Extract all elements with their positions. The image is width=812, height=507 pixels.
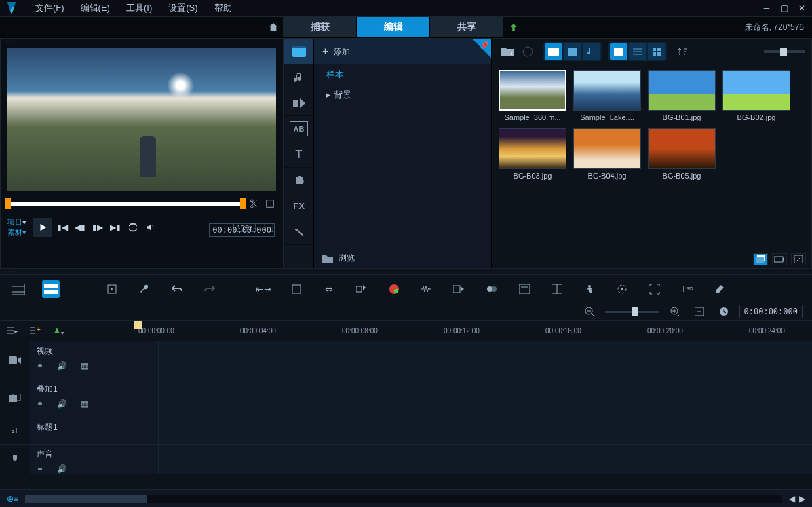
speed-tool[interactable] xyxy=(450,280,468,298)
clip-mode-label[interactable]: 素材▾ xyxy=(7,227,26,238)
mark-in-handle[interactable] xyxy=(5,198,11,209)
subtitle-tool[interactable] xyxy=(548,280,566,298)
multicam-tool[interactable] xyxy=(646,280,663,298)
lib-graphic-button[interactable] xyxy=(284,168,313,193)
zoom-in-button[interactable] xyxy=(666,303,684,320)
import-button[interactable]: + xyxy=(499,43,516,60)
thumbnail-item[interactable]: BG-B05.jpg xyxy=(648,128,716,180)
redo-button[interactable] xyxy=(201,280,218,298)
zoom-timecode[interactable]: 0:00:00:000 xyxy=(739,305,803,318)
lib-audio-button[interactable] xyxy=(284,64,313,90)
loop-button[interactable] xyxy=(125,220,140,235)
tool-options[interactable] xyxy=(136,280,153,298)
grid-icon[interactable]: ▦ xyxy=(81,399,88,409)
zoom-out-button[interactable] xyxy=(581,303,598,320)
zoom-slider[interactable] xyxy=(605,311,659,313)
library-add-row[interactable]: + 添加 📌 xyxy=(314,39,491,64)
link-icon[interactable]: ⚭ xyxy=(37,464,43,474)
footer-btn-1[interactable] xyxy=(753,253,768,265)
next-frame-button[interactable]: ▮▶ xyxy=(90,220,105,235)
timeline-view[interactable] xyxy=(42,280,60,298)
storyboard-view[interactable] xyxy=(9,280,27,298)
lib-fx-button[interactable]: FX xyxy=(284,193,313,219)
pan-zoom-tool[interactable]: ⇔ xyxy=(320,280,338,298)
grid-icon[interactable]: ▦ xyxy=(81,361,88,371)
filter-photo[interactable] xyxy=(564,43,581,60)
scroll-left[interactable]: ◀ xyxy=(789,494,795,504)
menu-settings[interactable]: 设置(S) xyxy=(160,2,206,14)
overlay-track-body[interactable] xyxy=(159,379,812,417)
audio-tool[interactable] xyxy=(418,280,436,298)
capture-button[interactable] xyxy=(519,43,537,60)
filter-video[interactable] xyxy=(545,43,562,60)
thumbnail-item[interactable]: BG-B03.jpg xyxy=(499,128,566,180)
tab-share[interactable]: 共享 xyxy=(430,17,503,37)
thumbnail-item[interactable]: BG-B02.jpg xyxy=(722,70,790,121)
footer-btn-2[interactable] xyxy=(772,253,787,265)
track-options-button[interactable] xyxy=(7,326,18,336)
link-icon[interactable]: ⚭ xyxy=(37,399,43,409)
h-scroll-thumb[interactable] xyxy=(25,495,147,503)
play-button[interactable] xyxy=(33,218,52,237)
menu-tools[interactable]: 工具(I) xyxy=(118,2,160,14)
tab-capture[interactable]: 捕获 xyxy=(284,17,357,37)
home-button[interactable] xyxy=(263,17,284,37)
lib-transition-button[interactable] xyxy=(284,90,313,116)
tab-edit[interactable]: 编辑 xyxy=(357,17,430,37)
scroll-right[interactable]: ▶ xyxy=(799,494,805,504)
track-collapse-button[interactable]: ▲▾ xyxy=(53,325,64,336)
thumbnail-item[interactable]: Sample_360.m... xyxy=(499,70,566,121)
tree-item-background[interactable]: ▸ 背景 xyxy=(314,85,491,105)
title-track-head[interactable]: 标题1 xyxy=(30,417,159,444)
tracking-tool[interactable] xyxy=(613,280,631,298)
go-start-button[interactable]: ▮◀ xyxy=(55,220,70,235)
drag-handle[interactable]: :::::::: xyxy=(1,39,283,44)
maximize-button[interactable]: ▢ xyxy=(779,3,789,13)
fit-clip[interactable]: ⇤⇥ xyxy=(255,280,273,298)
h-scrollbar[interactable] xyxy=(25,495,782,503)
add-track-button[interactable]: ⊕≡ xyxy=(7,494,18,504)
lib-path-button[interactable] xyxy=(284,219,313,245)
cut-button[interactable] xyxy=(248,198,260,210)
title-track-body[interactable] xyxy=(159,417,812,444)
sort-button[interactable] xyxy=(674,43,691,60)
track-add-button[interactable]: + xyxy=(30,326,41,336)
motion-tool[interactable] xyxy=(581,280,598,298)
browse-row[interactable]: 浏览 xyxy=(314,248,491,268)
zoom-thumb[interactable] xyxy=(632,307,638,316)
close-button[interactable]: ✕ xyxy=(797,3,807,13)
preview-timecode[interactable]: 00:00:00:000 xyxy=(209,223,275,237)
speaker-icon[interactable]: 🔊 xyxy=(57,361,67,371)
volume-button[interactable] xyxy=(143,220,158,235)
view-list-button[interactable] xyxy=(629,43,646,60)
prev-frame-button[interactable]: ◀▮ xyxy=(73,220,88,235)
lib-media-button[interactable] xyxy=(284,39,313,64)
fit-button[interactable] xyxy=(691,303,708,320)
lib-title-button[interactable]: AB xyxy=(290,121,308,136)
replace-button[interactable] xyxy=(103,280,121,298)
speaker-icon[interactable]: 🔊 xyxy=(57,464,67,474)
speaker-icon[interactable]: 🔊 xyxy=(57,399,67,409)
color-tool[interactable] xyxy=(385,280,403,298)
project-mode-label[interactable]: 项目▾ xyxy=(7,217,26,227)
mark-out-handle[interactable] xyxy=(240,198,246,209)
audio-track-body[interactable] xyxy=(159,445,812,474)
mark-button[interactable] xyxy=(264,198,276,210)
resize-tool[interactable] xyxy=(353,280,370,298)
slider-thumb[interactable] xyxy=(780,48,787,56)
thumbnail-item[interactable]: BG-B01.jpg xyxy=(648,70,716,121)
menu-file[interactable]: 文件(F) xyxy=(27,2,73,14)
reverse-tool[interactable] xyxy=(483,280,501,298)
footer-btn-3[interactable] xyxy=(791,253,806,265)
crop-tool[interactable] xyxy=(288,280,305,298)
minimize-button[interactable]: ─ xyxy=(762,3,771,13)
go-end-button[interactable]: ▶▮ xyxy=(108,220,123,235)
video-track-head[interactable]: 视频 ⚭🔊▦ xyxy=(30,341,159,379)
scrub-bar[interactable] xyxy=(7,202,244,206)
audio-track-head[interactable]: 声音 ⚭🔊 xyxy=(30,445,159,474)
link-icon[interactable]: ⚭ xyxy=(37,361,43,371)
playhead[interactable] xyxy=(138,321,138,480)
view-grid-button[interactable] xyxy=(648,43,665,60)
view-thumb-button[interactable] xyxy=(610,43,627,60)
filter-audio[interactable] xyxy=(583,43,600,60)
